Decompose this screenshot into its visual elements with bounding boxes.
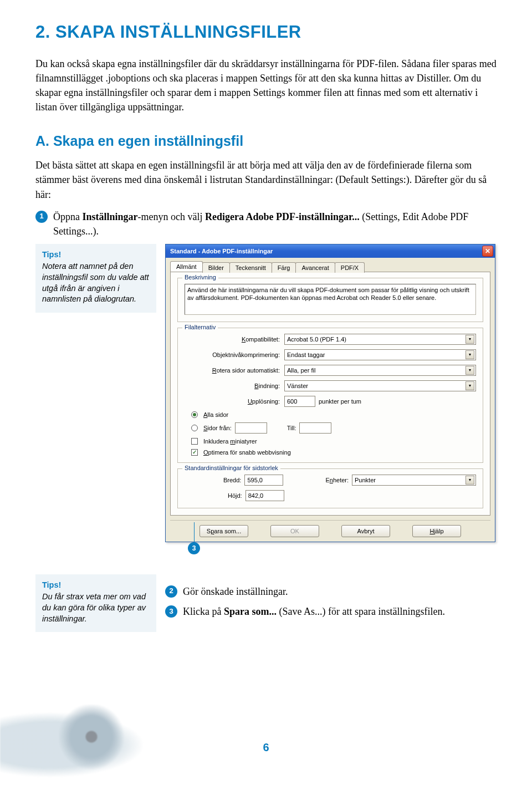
intro-paragraph: Du kan också skapa egna inställningsfile…: [35, 57, 497, 114]
label-rotate: Rotera sidor automatiskt:: [185, 367, 284, 374]
dialog-button-row: Spara som... OK Avbryt Hjälp: [170, 520, 490, 542]
step-1-marker: 1: [35, 211, 48, 223]
radio-pages-from[interactable]: [191, 425, 198, 431]
group-file-options: Filalternativ KKompatibilitet:ompatibili…: [177, 328, 483, 463]
tab-avancerat[interactable]: Avancerat: [295, 262, 335, 273]
input-height[interactable]: 842,0: [245, 490, 284, 501]
step-3-marker: 3: [165, 605, 177, 618]
tips-box-2: Tips! Du får strax veta mer om vad du ka…: [35, 574, 156, 632]
section-a-title: A. Skapa en egen inställningsfil: [35, 133, 497, 149]
step-3-row: 3 Klicka på Spara som... (Save As...) fö…: [165, 604, 497, 619]
close-icon[interactable]: ✕: [482, 246, 493, 257]
save-as-button[interactable]: Spara som...: [200, 525, 248, 537]
label-resolution: Upplösning:: [185, 398, 284, 405]
tips-title: Tips!: [42, 580, 150, 591]
step-2-text: Gör önskade inställningar.: [183, 584, 288, 599]
group-file-legend: Filalternativ: [182, 324, 218, 330]
tips-body: Du får strax veta mer om vad du kan göra…: [42, 592, 150, 624]
chevron-down-icon[interactable]: ▾: [466, 381, 474, 390]
label-units: Enheter:: [325, 477, 349, 483]
label-binding: Bindning:: [185, 383, 284, 389]
label-objcomp: Objektnivåkomprimering:: [185, 351, 284, 358]
description-textarea[interactable]: Använd de här inställningarna när du vil…: [185, 284, 476, 315]
input-resolution[interactable]: 600: [284, 396, 315, 407]
chevron-down-icon[interactable]: ▾: [466, 335, 474, 344]
dialog-titlebar[interactable]: Standard - Adobe PDF-inställningar ✕: [166, 244, 495, 258]
help-button[interactable]: Hjälp: [412, 525, 461, 537]
step-1-row: 1 Öppna Inställningar-menyn och välj Red…: [35, 210, 497, 238]
step-2-row: 2 Gör önskade inställningar.: [165, 584, 497, 599]
label-till: Till:: [287, 425, 296, 431]
group-page-legend: Standardinställningar för sidstorlek: [182, 465, 280, 471]
page-number: 6: [263, 741, 269, 754]
label-all-pages: Alla sidor: [203, 411, 228, 418]
combo-rotate[interactable]: Alla, per fil▾: [284, 365, 476, 376]
chevron-down-icon[interactable]: ▾: [466, 366, 474, 375]
combo-binding[interactable]: Vänster▾: [284, 380, 476, 391]
label-optimize: Optimera för snabb webbvisning: [203, 449, 291, 456]
label-width: Bredd:: [223, 477, 241, 483]
tab-bilder[interactable]: Bilder: [202, 262, 230, 273]
combo-compat[interactable]: Acrobat 5.0 (PDF 1.4)▾: [284, 334, 476, 345]
input-width[interactable]: 595,0: [244, 475, 283, 486]
group-description: Beskrivning Använd de här inställningarn…: [177, 278, 483, 322]
label-compat: KKompatibilitet:ompatibilitet:: [185, 336, 284, 343]
step-2-marker: 2: [165, 585, 177, 598]
tab-teckensnitt[interactable]: Teckensnitt: [229, 262, 272, 273]
tips-box-1: Tips! Notera att namnet på den inställni…: [35, 244, 156, 313]
tab-pdfx[interactable]: PDF/X: [335, 262, 365, 273]
combo-units[interactable]: Punkter▾: [352, 475, 476, 486]
dialog-title: Standard - Adobe PDF-inställningar: [170, 248, 273, 254]
chevron-down-icon[interactable]: ▾: [466, 476, 474, 485]
combo-objcomp[interactable]: Endast taggar▾: [284, 349, 476, 360]
label-pages-from: Sidor från:: [203, 425, 232, 431]
ok-button[interactable]: OK: [270, 525, 319, 537]
label-ppi: punkter per tum: [319, 398, 361, 405]
check-thumbnails[interactable]: [191, 438, 198, 445]
tips-body: Notera att namnet på den inställningsfil…: [42, 261, 150, 304]
tab-allmant[interactable]: Allmänt: [170, 261, 203, 272]
decorative-eye-image: [0, 705, 166, 785]
step-3-text: Klicka på Spara som... (Save As...) för …: [183, 604, 445, 619]
cancel-button[interactable]: Avbryt: [341, 525, 390, 537]
input-pages-to[interactable]: [299, 422, 331, 434]
chapter-title: 2. SKAPA INSTÄLLNINGSFILER: [35, 22, 497, 42]
label-height: Höjd:: [228, 492, 242, 499]
tips-title: Tips!: [42, 249, 150, 261]
panel-allmant: Beskrivning Använd de här inställningarn…: [170, 272, 490, 516]
pdf-settings-dialog: Standard - Adobe PDF-inställningar ✕ All…: [165, 244, 495, 542]
input-pages-from[interactable]: [235, 422, 267, 434]
chevron-down-icon[interactable]: ▾: [466, 350, 474, 359]
radio-all-pages[interactable]: [191, 411, 198, 418]
tab-strip: Allmänt Bilder Teckensnitt Färg Avancera…: [166, 258, 495, 272]
callout-3: 3: [188, 542, 200, 554]
label-thumbnails: Inkludera miniatyrer: [203, 438, 257, 445]
tab-farg[interactable]: Färg: [272, 262, 296, 273]
section-a-body: Det bästa sättet att skapa en egen instä…: [35, 158, 497, 201]
check-optimize[interactable]: [191, 449, 198, 456]
callout-line: [194, 522, 195, 542]
group-description-legend: Beskrivning: [182, 274, 218, 281]
group-page-size: Standardinställningar för sidstorlek Bre…: [177, 468, 483, 508]
step-1-text: Öppna Inställningar-menyn och välj Redig…: [53, 210, 497, 238]
